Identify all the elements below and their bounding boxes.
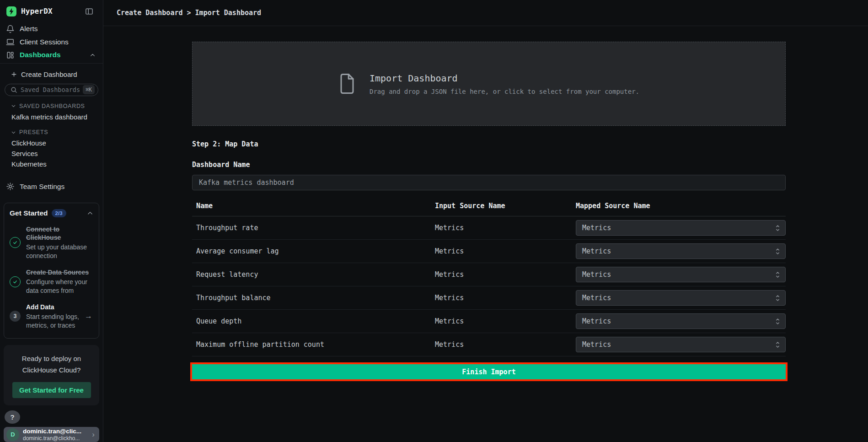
help-button[interactable]: ?	[5, 410, 20, 424]
dropzone-subtitle: Drag and drop a JSON file here, or click…	[370, 88, 639, 95]
sidebar-item-label: Dashboards	[20, 51, 61, 59]
sidebar-item-alerts[interactable]: Alerts	[0, 22, 103, 35]
column-header-name: Name	[192, 202, 435, 210]
selected-value: Metrics	[582, 270, 611, 279]
get-started-step-sources[interactable]: Create Data Sources Configure where your…	[10, 268, 93, 295]
row-input-source: Metrics	[435, 224, 576, 232]
mapped-source-select[interactable]: Metrics	[576, 313, 786, 329]
row-input-source: Metrics	[435, 270, 576, 279]
create-dashboard-label: Create Dashboard	[21, 70, 77, 78]
cloud-promo-line1: Ready to deploy on	[9, 353, 94, 365]
saved-dashboards-search[interactable]: ⌘K	[5, 84, 98, 96]
get-started-title: Get Started	[10, 209, 48, 217]
row-name: Queue depth	[192, 317, 435, 325]
hyperdx-logo-icon	[6, 6, 17, 17]
row-name: Maximum offline partition count	[192, 340, 435, 349]
sidebar: HyperDX Alerts Client Sessions Dashboard…	[0, 0, 103, 442]
chevron-right-icon: ›	[92, 430, 95, 439]
section-presets[interactable]: PRESETS	[0, 127, 103, 137]
mapped-source-select[interactable]: Metrics	[576, 337, 786, 352]
logo-row: HyperDX	[0, 0, 103, 22]
sidebar-collapse-icon[interactable]	[85, 7, 94, 16]
selected-value: Metrics	[582, 317, 611, 325]
selected-value: Metrics	[582, 247, 611, 255]
preset-item-clickhouse[interactable]: ClickHouse	[0, 138, 103, 148]
cloud-promo-line2: ClickHouse Cloud?	[9, 364, 94, 376]
preset-label: ClickHouse	[11, 139, 46, 147]
get-started-header[interactable]: Get Started 2/3	[10, 209, 93, 217]
row-input-source: Metrics	[435, 340, 576, 349]
divider	[0, 63, 103, 64]
sidebar-item-team-settings[interactable]: Team Settings	[0, 180, 103, 193]
table-row: Queue depth Metrics Metrics	[192, 310, 786, 333]
preset-item-kubernetes[interactable]: Kubernetes	[0, 159, 103, 169]
table-header: Name Input Source Name Mapped Source Nam…	[192, 202, 786, 216]
json-file-dropzone[interactable]: Import Dashboard Drag and drop a JSON fi…	[192, 42, 786, 126]
mapped-source-select[interactable]: Metrics	[576, 267, 786, 282]
table-row: Maximum offline partition count Metrics …	[192, 333, 786, 356]
dropzone-text: Import Dashboard Drag and drop a JSON fi…	[370, 73, 639, 95]
sidebar-item-label: Client Sessions	[20, 38, 69, 46]
column-header-input-source: Input Source Name	[435, 202, 576, 210]
mapped-source-select[interactable]: Metrics	[576, 220, 786, 236]
saved-dashboard-label: Kafka metrics dashboard	[11, 113, 87, 121]
select-chevrons-icon	[775, 341, 780, 349]
step-title: Step 2: Map Data	[192, 140, 868, 148]
get-started-panel: Get Started 2/3 Connect to ClickHouse Se…	[4, 203, 99, 339]
avatar: D	[6, 428, 19, 441]
finish-import-button[interactable]: Finish Import	[192, 364, 786, 379]
chevron-up-icon	[90, 52, 96, 58]
arrow-right-icon: →	[85, 312, 93, 321]
search-input[interactable]	[21, 86, 80, 93]
laptop-icon	[6, 38, 15, 46]
table-row: Request latency Metrics Metrics	[192, 263, 786, 286]
step-title: Add Data	[26, 303, 80, 311]
chevron-down-icon	[11, 130, 16, 135]
user-name: dominic.tran@clic...	[23, 428, 81, 435]
select-chevrons-icon	[775, 271, 780, 279]
sidebar-item-dashboards[interactable]: Dashboards	[0, 49, 103, 61]
chevron-down-icon	[11, 103, 16, 108]
section-saved-dashboards[interactable]: SAVED DASHBOARDS	[0, 101, 103, 111]
cloud-promo-card: Ready to deploy on ClickHouse Cloud? Get…	[4, 345, 99, 405]
mapped-source-select[interactable]: Metrics	[576, 243, 786, 259]
cloud-promo-text: Ready to deploy on ClickHouse Cloud?	[9, 353, 94, 376]
preset-label: Services	[11, 150, 38, 157]
step-title: Connect to ClickHouse	[26, 225, 89, 242]
mapped-source-select[interactable]: Metrics	[576, 290, 786, 306]
main-area: Create Dashboard > Import Dashboard Impo…	[103, 0, 868, 442]
team-settings-label: Team Settings	[20, 183, 64, 191]
get-started-free-button[interactable]: Get Started for Free	[12, 382, 91, 398]
table-row: Throughput balance Metrics Metrics	[192, 286, 786, 310]
select-chevrons-icon	[775, 318, 780, 325]
step-number-badge: 3	[10, 311, 21, 322]
sidebar-item-client-sessions[interactable]: Client Sessions	[0, 36, 103, 49]
row-name: Throughput rate	[192, 224, 435, 232]
create-dashboard-button[interactable]: Create Dashboard	[0, 68, 103, 81]
dashboard-name-label: Dashboard Name	[192, 161, 868, 169]
get-started-step-connect[interactable]: Connect to ClickHouse Set up your databa…	[10, 225, 93, 260]
selected-value: Metrics	[582, 224, 611, 232]
column-header-mapped-source: Mapped Source Name	[576, 202, 786, 210]
row-name: Request latency	[192, 270, 435, 279]
dashboard-name-input[interactable]	[192, 175, 786, 190]
selected-value: Metrics	[582, 340, 611, 349]
user-email: dominic.tran@clickho...	[23, 435, 81, 442]
step-desc: Configure where your data comes from	[26, 278, 89, 295]
preset-item-services[interactable]: Services	[0, 148, 103, 159]
table-row: Throughput rate Metrics Metrics	[192, 216, 786, 240]
source-mapping-table: Name Input Source Name Mapped Source Nam…	[192, 202, 786, 356]
row-input-source: Metrics	[435, 247, 576, 255]
chevron-up-icon	[87, 210, 93, 216]
user-account-chip[interactable]: D dominic.tran@clic... dominic.tran@clic…	[4, 427, 99, 442]
select-chevrons-icon	[775, 294, 780, 302]
step-desc: Start sending logs, metrics, or traces	[26, 313, 80, 330]
select-chevrons-icon	[775, 224, 780, 232]
saved-dashboard-item[interactable]: Kafka metrics dashboard	[0, 111, 103, 122]
selected-value: Metrics	[582, 294, 611, 302]
check-circle-icon	[10, 276, 21, 287]
table-row: Average consumer lag Metrics Metrics	[192, 240, 786, 263]
breadcrumb: Create Dashboard > Import Dashboard	[117, 9, 261, 17]
get-started-step-add-data[interactable]: 3 Add Data Start sending logs, metrics, …	[10, 303, 93, 330]
annotation-highlight-box: Finish Import	[190, 362, 788, 381]
